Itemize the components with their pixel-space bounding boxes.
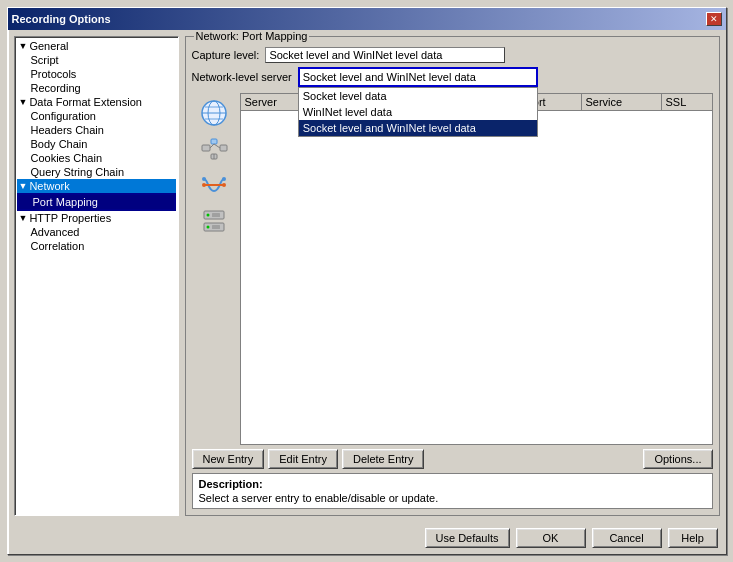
port-mapping-table: Server Port Service SSL (240, 93, 713, 445)
sidebar-label-query-string-chain: Query String Chain (31, 166, 125, 178)
icon-panel (192, 93, 236, 445)
sidebar-item-protocols[interactable]: Protocols (17, 67, 176, 81)
expand-icon-general: ▼ (19, 41, 28, 51)
icon-cables (198, 169, 230, 201)
svg-point-19 (206, 226, 209, 229)
expand-icon-http-properties: ▼ (19, 213, 28, 223)
sidebar-label-correlation: Correlation (31, 240, 85, 252)
sidebar-item-general[interactable]: ▼ General (17, 39, 176, 53)
close-button[interactable]: ✕ (706, 12, 722, 26)
sidebar-tree: ▼ General Script Protocols Recording ▼ D… (14, 36, 179, 516)
svg-point-15 (222, 183, 226, 187)
cancel-button[interactable]: Cancel (592, 528, 662, 548)
sidebar-item-recording[interactable]: Recording (17, 81, 176, 95)
svg-line-10 (214, 144, 220, 148)
title-bar-controls: ✕ (706, 12, 722, 26)
sidebar-item-script[interactable]: Script (17, 53, 176, 67)
group-box-network-port-mapping: Network: Port Mapping Capture level: Soc… (185, 36, 720, 516)
sidebar-item-correlation[interactable]: Correlation (17, 239, 176, 253)
ok-button[interactable]: OK (516, 528, 586, 548)
svg-rect-21 (212, 225, 220, 229)
icon-network (198, 133, 230, 165)
sidebar-label-network: Network (29, 180, 69, 192)
svg-rect-8 (220, 145, 227, 151)
sidebar-item-network[interactable]: ▼ Network (17, 179, 176, 193)
sidebar-label-script: Script (31, 54, 59, 66)
sidebar-label-body-chain: Body Chain (31, 138, 88, 150)
expand-icon-network: ▼ (19, 181, 28, 191)
svg-point-12 (202, 177, 206, 181)
description-label: Description: (199, 478, 263, 490)
network-level-row: Network-level server Socket level and Wi… (192, 67, 713, 87)
footer-bar: Use Defaults OK Cancel Help (8, 522, 726, 554)
new-entry-button[interactable]: New Entry (192, 449, 265, 469)
sidebar-label-general: General (29, 40, 68, 52)
sidebar-label-configuration: Configuration (31, 110, 96, 122)
icon-server (198, 205, 230, 237)
window-content: ▼ General Script Protocols Recording ▼ D… (8, 30, 726, 522)
svg-line-9 (210, 144, 214, 148)
svg-rect-6 (211, 139, 217, 144)
sidebar-item-advanced[interactable]: Advanced (17, 225, 176, 239)
svg-point-14 (202, 183, 206, 187)
dropdown-option-both[interactable]: Socket level and WinINet level data (299, 120, 537, 136)
dropdown-option-wininet[interactable]: WinINet level data (299, 104, 537, 120)
description-box: Description: Select a server entry to en… (192, 473, 713, 509)
svg-rect-20 (212, 213, 220, 217)
sidebar-item-http-properties[interactable]: ▼ HTTP Properties (17, 211, 176, 225)
sidebar-label-http-properties: HTTP Properties (29, 212, 111, 224)
edit-entry-button[interactable]: Edit Entry (268, 449, 338, 469)
svg-point-18 (206, 214, 209, 217)
main-panel: Network: Port Mapping Capture level: Soc… (185, 36, 720, 516)
delete-entry-button[interactable]: Delete Entry (342, 449, 425, 469)
sidebar-label-data-format: Data Format Extension (29, 96, 142, 108)
bottom-buttons: New Entry Edit Entry Delete Entry Option… (192, 445, 713, 469)
sidebar-label-advanced: Advanced (31, 226, 80, 238)
dropdown-current-value: Socket level and WinINet level data (303, 71, 476, 83)
sidebar-item-data-format[interactable]: ▼ Data Format Extension (17, 95, 176, 109)
col-ssl: SSL (662, 94, 712, 110)
content-area: Server Port Service SSL (192, 93, 713, 445)
sidebar-item-query-string-chain[interactable]: Query String Chain (17, 165, 176, 179)
svg-point-13 (222, 177, 226, 181)
table-body (241, 111, 712, 444)
icon-globe (198, 97, 230, 129)
dropdown-field-open[interactable]: Socket level and WinINet level data (298, 67, 538, 87)
dropdown-list: Socket level data WinINet level data Soc… (298, 87, 538, 137)
capture-row: Capture level: Socket level data WinINet… (192, 47, 713, 63)
description-text: Select a server entry to enable/disable … (199, 492, 706, 504)
sidebar-item-configuration[interactable]: Configuration (17, 109, 176, 123)
title-bar: Recording Options ✕ (8, 8, 726, 30)
svg-rect-5 (202, 145, 210, 151)
dropdown-option-socket[interactable]: Socket level data (299, 88, 537, 104)
capture-level-select[interactable]: Socket level data WinINet level data Soc… (265, 47, 505, 63)
network-level-label: Network-level server (192, 71, 292, 83)
capture-dropdown-container[interactable]: Socket level data WinINet level data Soc… (265, 47, 505, 63)
capture-label: Capture level: (192, 49, 260, 61)
open-dropdown-wrapper: Socket level and WinINet level data Sock… (298, 67, 538, 87)
expand-icon-data-format: ▼ (19, 97, 28, 107)
sidebar-item-body-chain[interactable]: Body Chain (17, 137, 176, 151)
sidebar-label-cookies-chain: Cookies Chain (31, 152, 103, 164)
sidebar-item-port-mapping[interactable]: Port Mapping (17, 193, 176, 211)
col-service: Service (582, 94, 662, 110)
group-box-title: Network: Port Mapping (194, 30, 310, 42)
sidebar-label-protocols: Protocols (31, 68, 77, 80)
sidebar-label-headers-chain: Headers Chain (31, 124, 104, 136)
help-button[interactable]: Help (668, 528, 718, 548)
recording-options-window: Recording Options ✕ ▼ General Script Pro… (7, 7, 727, 555)
sidebar-label-recording: Recording (31, 82, 81, 94)
sidebar-item-cookies-chain[interactable]: Cookies Chain (17, 151, 176, 165)
options-button[interactable]: Options... (643, 449, 712, 469)
sidebar-item-headers-chain[interactable]: Headers Chain (17, 123, 176, 137)
window-title: Recording Options (12, 13, 111, 25)
sidebar-label-port-mapping: Port Mapping (33, 196, 98, 208)
use-defaults-button[interactable]: Use Defaults (425, 528, 510, 548)
